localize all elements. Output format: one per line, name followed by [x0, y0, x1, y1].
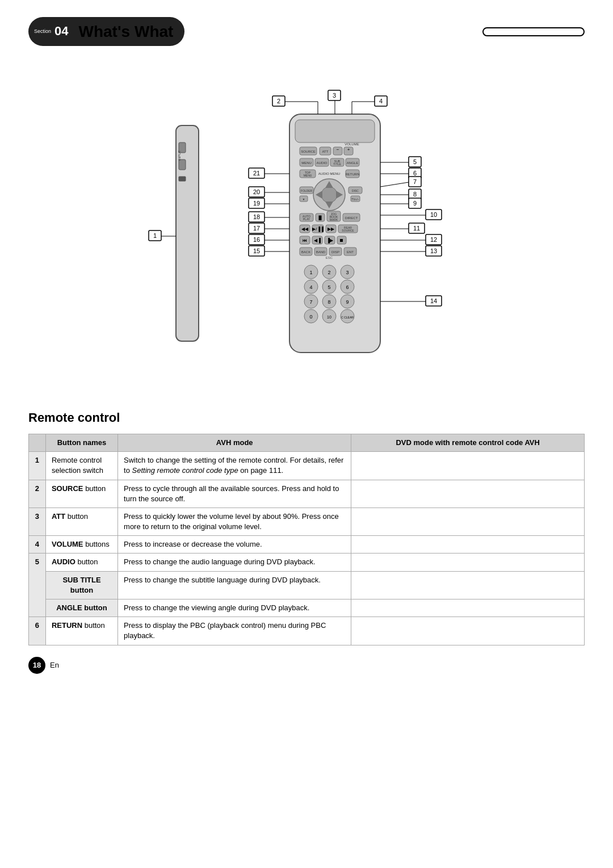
row-num: 4 [29, 536, 46, 553]
row-dvd [351, 553, 585, 571]
section-badge: Section 04 What's What [28, 17, 184, 46]
svg-text:◀◀: ◀◀ [301, 227, 309, 232]
svg-text:▶/▐▐: ▶/▐▐ [312, 226, 324, 232]
svg-text:5: 5 [328, 284, 330, 290]
svg-text:BACK: BACK [301, 250, 310, 254]
table-row: ANGLE button Press to change the viewing… [29, 599, 585, 617]
row-num: 1 [29, 452, 46, 480]
svg-text:6: 6 [346, 284, 349, 290]
svg-text:AUDIO: AUDIO [316, 161, 327, 165]
svg-text:6: 6 [413, 170, 417, 177]
svg-text:▶▶: ▶▶ [328, 227, 335, 232]
svg-text:8: 8 [413, 191, 417, 198]
svg-text:7: 7 [309, 299, 312, 305]
row-button-name: AUDIO button [45, 553, 117, 571]
page-number-badge: 18 [28, 657, 45, 674]
table-row: 1 Remote control selection switch Switch… [29, 452, 585, 480]
row-button-name: VOLUME buttons [45, 536, 117, 553]
row-button-name: RETURN button [45, 617, 117, 645]
svg-text:18: 18 [253, 213, 260, 220]
row-num: 6 [29, 617, 46, 645]
svg-text:◀▐: ◀▐ [314, 237, 321, 244]
svg-text:14: 14 [430, 297, 437, 304]
section-number: 04 [54, 23, 68, 40]
remote-diagram: INPUT SOURCE ATT − + VOLUME MENU AUDIO S… [108, 57, 505, 392]
table-row: 5 AUDIO button Press to change the audio… [29, 553, 585, 571]
svg-text:0: 0 [309, 314, 312, 320]
svg-text:1: 1 [309, 270, 312, 275]
language-label: En [50, 660, 59, 670]
svg-text:4: 4 [309, 284, 312, 290]
svg-text:11: 11 [413, 225, 420, 232]
svg-text:3: 3 [346, 270, 349, 275]
row-button-name: ATT button [45, 508, 117, 535]
header-badge-right [482, 27, 585, 36]
svg-text:DIRECT: DIRECT [345, 216, 358, 220]
svg-text:DISC: DISC [352, 189, 359, 192]
svg-text:▐▶: ▐▶ [326, 237, 334, 244]
col-avh-mode: AVH mode [118, 434, 351, 451]
svg-text:15: 15 [253, 248, 260, 254]
section-text: Section [34, 29, 51, 34]
svg-text:⏮: ⏮ [303, 238, 307, 243]
svg-text:PLAY: PLAY [303, 217, 310, 221]
svg-text:7: 7 [413, 178, 417, 185]
row-button-name: ANGLE button [45, 599, 117, 617]
row-num: 5 [29, 553, 46, 617]
svg-text:+: + [347, 147, 350, 152]
svg-text:ATT: ATT [322, 150, 329, 153]
section-title: What's What [79, 20, 174, 43]
row-avh: Press to cycle through all the available… [118, 480, 351, 508]
table-row: 6 RETURN button Press to display the PBC… [29, 617, 585, 645]
diagram-area: INPUT SOURCE ATT − + VOLUME MENU AUDIO S… [28, 57, 585, 392]
svg-line-126 [380, 182, 409, 187]
table-row: SUB TITLE button Press to change the sub… [29, 571, 585, 599]
header: Section 04 What's What [28, 17, 585, 46]
row-num: 3 [29, 508, 46, 535]
col-num [29, 434, 46, 451]
svg-text:AUDIO MENU: AUDIO MENU [318, 172, 340, 175]
table-row: 4 VOLUME buttons Press to increase or de… [29, 536, 585, 553]
svg-text:21: 21 [253, 170, 260, 177]
svg-text:4: 4 [379, 98, 383, 104]
svg-text:8: 8 [328, 299, 330, 305]
row-dvd [351, 508, 585, 535]
svg-text:19: 19 [253, 200, 260, 207]
svg-rect-6 [295, 120, 375, 142]
svg-text:9: 9 [413, 200, 417, 207]
row-avh: Press to change the viewing angle during… [118, 599, 351, 617]
svg-text:ANGLE: ANGLE [347, 161, 358, 165]
row-button-name: SOURCE button [45, 480, 117, 508]
row-button-name: Remote control selection switch [45, 452, 117, 480]
svg-text:VOLUME: VOLUME [345, 142, 359, 146]
svg-text:TITLE: TITLE [333, 162, 341, 166]
row-num: 2 [29, 480, 46, 508]
row-dvd [351, 452, 585, 480]
svg-text:5: 5 [413, 158, 417, 165]
row-dvd [351, 536, 585, 553]
svg-text:2: 2 [277, 98, 280, 104]
svg-text:RETURN: RETURN [346, 173, 360, 176]
svg-rect-3 [179, 177, 186, 181]
svg-text:10: 10 [430, 211, 437, 218]
svg-text:3: 3 [333, 92, 336, 99]
svg-text:−: − [337, 147, 339, 152]
svg-text:BAND: BAND [316, 250, 326, 254]
row-dvd [351, 571, 585, 599]
svg-text:INPUT: INPUT [178, 150, 181, 161]
svg-text:TV+/−: TV+/− [351, 198, 359, 201]
svg-text:20: 20 [253, 188, 260, 195]
svg-text:2: 2 [328, 270, 330, 275]
svg-text:MENU: MENU [301, 161, 312, 165]
row-avh: Press to display the PBC (playback contr… [118, 617, 351, 645]
row-button-name: SUB TITLE button [45, 571, 117, 599]
svg-text:DISP: DISP [331, 250, 339, 254]
col-dvd-mode: DVD mode with remote control code AVH [351, 434, 585, 451]
section-heading: Remote control [28, 409, 585, 427]
row-avh: Press to quickly lower the volume level … [118, 508, 351, 535]
row-dvd [351, 599, 585, 617]
svg-point-32 [321, 187, 337, 203]
section-label: Section [34, 29, 51, 34]
svg-text:SOURCE: SOURCE [301, 150, 316, 153]
table-row: 3 ATT button Press to quickly lower the … [29, 508, 585, 535]
